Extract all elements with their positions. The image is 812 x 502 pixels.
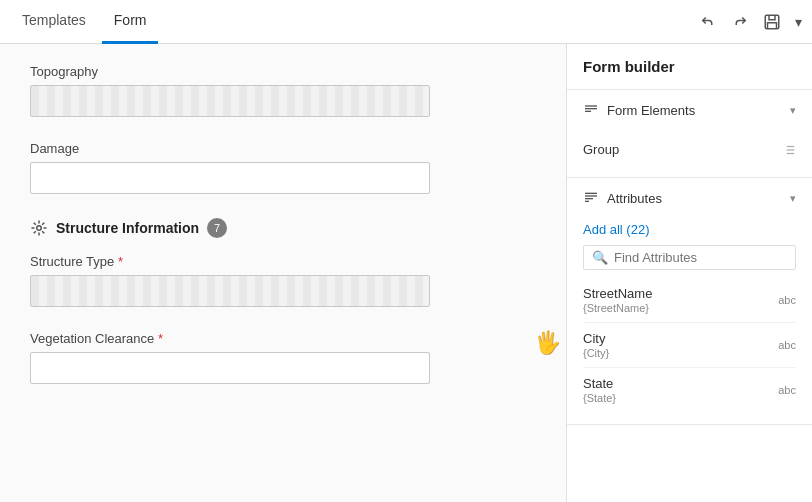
form-elements-section: Form Elements ▾ Group	[567, 90, 812, 178]
attributes-chevron: ▾	[790, 192, 796, 205]
state-key: {State}	[583, 392, 616, 404]
form-panel: Topography Damage Structure Information …	[0, 44, 567, 502]
section-title: Structure Information	[56, 220, 199, 236]
nav-icons: ▾	[699, 13, 802, 31]
vegetation-clearance-field: Vegetation Clearance *	[30, 331, 536, 384]
attributes-section: Attributes ▾ Add all (22) 🔍 StreetName {…	[567, 178, 812, 425]
attribute-search-bar: 🔍	[583, 245, 796, 270]
group-label: Group	[583, 142, 619, 157]
attributes-header[interactable]: Attributes ▾	[567, 178, 812, 218]
save-button[interactable]	[763, 13, 781, 31]
section-icon	[30, 219, 48, 237]
topography-label: Topography	[30, 64, 536, 79]
nav-dropdown-button[interactable]: ▾	[795, 14, 802, 30]
svg-point-1	[37, 226, 42, 231]
builder-title: Form builder	[567, 44, 812, 90]
structure-type-input[interactable]	[30, 275, 430, 307]
street-name-key: {StreetName}	[583, 302, 652, 314]
street-name-label: StreetName	[583, 286, 652, 301]
form-elements-header[interactable]: Form Elements ▾	[567, 90, 812, 130]
tab-form[interactable]: Form	[102, 0, 159, 44]
damage-label: Damage	[30, 141, 536, 156]
structure-type-field: Structure Type *	[30, 254, 536, 307]
damage-field: Damage	[30, 141, 536, 194]
vegetation-clearance-input[interactable]	[30, 352, 430, 384]
attribute-state: State {State} abc	[583, 368, 796, 412]
topography-field: Topography	[30, 64, 536, 117]
street-name-type: abc	[778, 294, 796, 306]
state-label: State	[583, 376, 616, 391]
form-elements-content: Group	[567, 130, 812, 177]
tab-templates[interactable]: Templates	[10, 0, 98, 44]
damage-input[interactable]	[30, 162, 430, 194]
attribute-street-name: StreetName {StreetName} abc	[583, 278, 796, 323]
redo-button[interactable]	[731, 13, 749, 31]
state-type: abc	[778, 384, 796, 396]
search-icon: 🔍	[592, 250, 608, 265]
form-elements-icon	[583, 102, 599, 118]
undo-button[interactable]	[699, 13, 717, 31]
group-item: Group	[583, 134, 796, 165]
attributes-icon	[583, 190, 599, 206]
section-badge: 7	[207, 218, 227, 238]
attribute-city: City {City} abc	[583, 323, 796, 368]
top-nav: Templates Form ▾	[0, 0, 812, 44]
attribute-search-input[interactable]	[614, 250, 787, 265]
group-drag-icon	[782, 143, 796, 157]
attributes-label: Attributes	[607, 191, 782, 206]
form-elements-label: Form Elements	[607, 103, 782, 118]
form-elements-chevron: ▾	[790, 104, 796, 117]
structure-information-section: Structure Information 7	[30, 218, 536, 238]
attributes-content: Add all (22) 🔍 StreetName {StreetName} a…	[567, 218, 812, 424]
vegetation-clearance-label: Vegetation Clearance *	[30, 331, 536, 346]
add-all-link[interactable]: Add all (22)	[583, 222, 796, 237]
city-type: abc	[778, 339, 796, 351]
structure-type-label: Structure Type *	[30, 254, 536, 269]
topography-input[interactable]	[30, 85, 430, 117]
main-content: Topography Damage Structure Information …	[0, 44, 812, 502]
city-label: City	[583, 331, 609, 346]
city-key: {City}	[583, 347, 609, 359]
builder-panel: Form builder Form Elements ▾ Group	[567, 44, 812, 502]
